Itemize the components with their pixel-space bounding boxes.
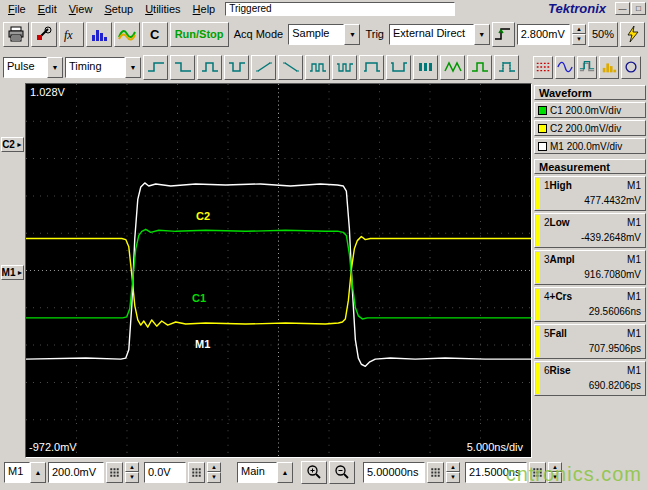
chevron-up-icon: ▲ [282,469,289,476]
spin-up-button[interactable]: ▲ [572,24,585,35]
waveform-row-m1[interactable]: M1 200.0mV/div [534,138,646,154]
double-pulse-icon [309,61,327,73]
xy-display-button[interactable] [621,56,641,79]
horizontal-scale-field[interactable]: 5.00000ns [363,462,425,483]
measurement-row-rise[interactable]: 6RiseM1690.8206ps [534,361,646,396]
m1-reference-marker[interactable]: M1► [1,265,24,280]
meas-burst-button[interactable] [413,55,438,80]
waveform-database-button[interactable] [114,22,140,47]
maximize-icon: □ [636,5,641,13]
trigger-level-field[interactable]: 2.800mV [517,24,571,45]
source-value: M1 [4,462,30,483]
persistence-button[interactable] [577,56,597,79]
neg-double-pulse-icon [336,61,354,73]
acq-mode-select[interactable]: Sample ▼ [288,24,360,45]
trig-source-value: External Direct [389,24,474,45]
vertical-scale-field[interactable]: 200.0mV [48,462,104,483]
vector-style-button[interactable] [555,56,575,79]
menu-edit[interactable]: Edit [32,2,63,16]
chevron-down-icon[interactable]: ▼ [47,57,63,78]
meas-wide-neg-pulse-button[interactable] [386,55,411,80]
source-select[interactable]: M1 ▲ [4,462,46,483]
dots-style-button[interactable] [533,56,553,79]
cursor-button[interactable]: C [142,22,168,47]
meas-green-pulse-button[interactable] [467,55,492,80]
math-button[interactable]: fx [59,22,85,47]
meas-neg-pulse-button[interactable] [224,55,249,80]
meas-category2-select[interactable]: Timing ▼ [65,57,141,78]
measurement-row-fall[interactable]: 5FallM1707.9506ps [534,324,646,359]
measurement-row-pcrs[interactable]: 4+CrsM129.56066ns [534,287,646,322]
set-50-percent-button[interactable]: 50% [588,22,619,47]
timebase-mode-select[interactable]: Main ▲ [237,462,293,483]
meas-neg-double-pulse-button[interactable] [332,55,357,80]
channel-marker-strip: C2► M1► [0,83,25,458]
vertical-offset-field[interactable]: 0.0V [144,462,186,483]
chevron-down-icon[interactable]: ▼ [125,57,141,78]
spin-down-button[interactable]: ▼ [207,472,221,483]
measurement-row-high[interactable]: 1HighM1477.4432mV [534,176,646,211]
menu-help[interactable]: Help [187,2,222,16]
print-button[interactable] [3,22,29,47]
meas-rise-slope-button[interactable] [251,55,276,80]
spin-up-button[interactable]: ▲ [125,462,139,473]
spin-up-button[interactable]: ▲ [207,462,221,473]
autoset-button[interactable] [620,22,645,47]
pos-pulse-icon [201,61,219,73]
run-stop-button[interactable]: Run/Stop [170,22,229,47]
measurement-toolbar: Pulse ▼ Timing ▼ [0,51,648,83]
dots-style-icon [535,60,551,74]
horizontal-scale-keypad-button[interactable] [427,462,444,483]
meas-fall-slope-button[interactable] [278,55,303,80]
meas-name: Low [550,217,570,228]
meas-source: M1 [627,328,641,339]
zoom-out-button[interactable] [329,461,355,484]
chevron-up-icon[interactable]: ▲ [30,462,46,483]
waveform-row-c2[interactable]: C2 200.0mV/div [534,120,646,136]
menu-file[interactable]: File [2,2,32,16]
tools-button[interactable] [31,22,57,47]
spin-down-icon: ▼ [576,36,582,42]
meas-pos-pulse-button[interactable] [197,55,222,80]
tektronix-logo: Tektronix [548,1,614,16]
vertical-scale-keypad-button[interactable] [106,462,123,483]
menu-utilities[interactable]: Utilities [139,2,186,16]
spin-down-button[interactable]: ▼ [446,472,460,483]
maximize-button[interactable]: □ [631,2,646,15]
meas-double-pulse-button[interactable] [305,55,330,80]
chevron-up-icon[interactable]: ▲ [277,462,293,483]
meas-category1-select[interactable]: Pulse ▼ [3,57,63,78]
menu-view[interactable]: View [63,2,99,16]
measurement-row-ampl[interactable]: 3AmplM1916.7080mV [534,250,646,285]
meas-source: M1 [627,365,641,376]
histogram-button[interactable] [86,22,112,47]
vertical-offset-keypad-button[interactable] [188,462,205,483]
minimize-button[interactable]: — [615,2,630,15]
measurement-row-low[interactable]: 2LowM1-439.2648mV [534,213,646,248]
acq-mode-dropdown-button[interactable]: ▼ [344,24,360,45]
zoom-in-icon [306,464,322,480]
histogram-display-button[interactable] [599,56,619,79]
meas-triangle-wave-button[interactable] [440,55,465,80]
trigger-level-spinner: ▲ ▼ [572,24,585,45]
meas-wide-pos-pulse-button[interactable] [359,55,384,80]
top-voltage-readout: 1.028V [30,86,65,98]
c1-scale-readout: C1 200.0mV/div [550,105,621,116]
waveform-row-c1[interactable]: C1 200.0mV/div [534,102,646,118]
menu-setup[interactable]: Setup [98,2,139,16]
meas-gated-pulse-button[interactable] [494,55,519,80]
spin-down-button[interactable]: ▼ [572,34,585,45]
meas-rise-step-button[interactable] [143,55,168,80]
trig-source-select[interactable]: External Direct ▼ [389,24,490,45]
c1-trace-label: C1 [192,292,206,304]
trigger-slope-button[interactable] [492,22,515,47]
c2-reference-marker[interactable]: C2► [1,137,24,152]
meas-fall-step-button[interactable] [170,55,195,80]
cursor-c-icon: C [146,26,164,42]
spin-up-button[interactable]: ▲ [446,462,460,473]
spin-down-button[interactable]: ▼ [125,472,139,483]
xy-display-icon [623,60,639,74]
zoom-in-button[interactable] [301,461,327,484]
readout-panel: Waveform C1 200.0mV/div C2 200.0mV/div M… [532,83,648,458]
chevron-down-icon[interactable]: ▼ [474,24,490,45]
